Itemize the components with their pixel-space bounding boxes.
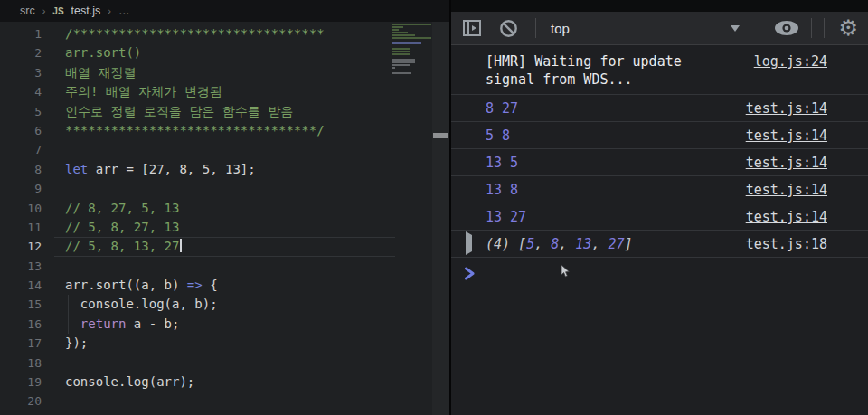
line-number: 16	[0, 315, 42, 334]
code-line[interactable]: 8let arr = [27, 8, 5, 13];	[0, 160, 432, 179]
line-text	[42, 354, 65, 373]
code-line[interactable]: 18	[0, 354, 432, 373]
code-line[interactable]: 20	[0, 391, 432, 410]
toolbar-separator	[824, 18, 825, 38]
line-text: });	[42, 334, 88, 353]
minimap-line-mark	[392, 29, 399, 31]
context-selector[interactable]: top	[551, 21, 570, 36]
breadcrumb-more[interactable]: …	[118, 5, 130, 17]
console-sidebar-icon[interactable]	[462, 18, 482, 38]
minimap-line-mark	[392, 59, 415, 61]
minimap-line-mark	[392, 67, 395, 69]
clear-console-icon[interactable]	[499, 19, 518, 38]
console-row: 13 5test.js:14	[451, 149, 868, 176]
source-link[interactable]: test.js:14	[746, 181, 827, 199]
line-text: 배열 재정렬	[42, 63, 136, 82]
line-number: 2	[0, 43, 42, 62]
minimap-line-mark	[392, 24, 431, 25]
line-number: 1	[0, 24, 42, 43]
console-message: 13 5	[486, 154, 739, 172]
line-number: 20	[0, 391, 42, 410]
code-line[interactable]: 19console.log(arr);	[0, 373, 432, 391]
console-row: (4) [5, 8, 13, 27]test.js:18	[451, 231, 868, 258]
line-number: 10	[0, 199, 42, 218]
console-message: 5 8	[486, 127, 739, 145]
text-caret	[180, 239, 182, 252]
line-number: 18	[0, 354, 42, 373]
screen: src › JS test.js › … 1/*****************…	[0, 0, 868, 415]
code-line[interactable]: 14arr.sort((a, b) => {	[0, 276, 432, 295]
console-prompt[interactable]	[451, 258, 868, 280]
line-number: 12	[0, 237, 42, 256]
source-link[interactable]: test.js:18	[746, 235, 827, 253]
toolbar-separator	[759, 18, 760, 38]
code-line[interactable]: 5인수로 정렬 로직을 담은 함수를 받음	[0, 102, 432, 121]
code-line[interactable]: 2arr.sort()	[0, 43, 432, 62]
dropdown-caret-icon[interactable]	[731, 25, 740, 32]
minimap-line-mark	[392, 34, 415, 36]
console-row: 8 27test.js:14	[451, 95, 868, 122]
line-number: 9	[0, 179, 42, 198]
line-text: 주의! 배열 자체가 변경됨	[42, 82, 222, 101]
source-link[interactable]: test.js:14	[746, 127, 827, 145]
code-line[interactable]: 17});	[0, 334, 432, 353]
toolbar-separator	[811, 18, 812, 38]
minimap[interactable]	[390, 24, 432, 78]
toolbar-separator	[535, 18, 536, 38]
line-number: 13	[0, 257, 42, 276]
line-number: 7	[0, 140, 42, 159]
line-text: return a - b;	[42, 315, 179, 334]
code-line[interactable]: 7	[0, 140, 432, 159]
code-line[interactable]: 6*********************************/	[0, 121, 432, 140]
console-message: [HMR] Waiting for update signal from WDS…	[486, 52, 700, 89]
line-text: arr.sort()	[42, 43, 141, 62]
code-line[interactable]: 12// 5, 8, 13, 27	[0, 237, 432, 256]
console-row: [HMR] Waiting for update signal from WDS…	[451, 45, 868, 95]
code-line[interactable]: 13	[0, 257, 432, 276]
code-line[interactable]: 15 console.log(a, b);	[0, 295, 432, 314]
line-number: 11	[0, 218, 42, 237]
line-text: arr.sort((a, b) => {	[42, 276, 218, 295]
minimap-line-mark	[392, 42, 421, 44]
code-line[interactable]: 16 return a - b;	[0, 315, 432, 334]
console-row: 13 27test.js:14	[451, 203, 868, 231]
code-line[interactable]: 10// 8, 27, 5, 13	[0, 199, 432, 218]
console-messages: [HMR] Waiting for update signal from WDS…	[451, 45, 868, 258]
breadcrumb: src › JS test.js › …	[0, 0, 449, 22]
js-file-icon: JS	[52, 6, 63, 16]
line-number: 4	[0, 82, 42, 101]
source-link[interactable]: test.js:14	[746, 99, 827, 118]
code-line[interactable]: 4주의! 배열 자체가 변경됨	[0, 82, 432, 101]
breadcrumb-file[interactable]: test.js	[71, 5, 101, 17]
code-line[interactable]: 3배열 재정렬	[0, 63, 432, 82]
settings-gear-icon[interactable]: ⚙	[838, 17, 858, 39]
minimap-line-mark	[392, 53, 410, 55]
line-text: console.log(arr);	[42, 373, 194, 391]
line-number: 15	[0, 295, 42, 314]
source-link[interactable]: test.js:14	[746, 208, 827, 226]
minimap-line-mark	[392, 64, 410, 66]
source-link[interactable]: log.js:24	[754, 52, 827, 71]
minimap-line-mark	[392, 61, 415, 63]
scrollbar-thumb[interactable]	[433, 133, 448, 138]
minimap-line-mark	[392, 37, 431, 39]
code-line[interactable]: 11// 5, 8, 27, 13	[0, 218, 432, 237]
expand-triangle-icon[interactable]	[466, 231, 472, 255]
live-expression-eye-icon[interactable]	[773, 19, 800, 37]
breadcrumb-folder[interactable]: src	[20, 5, 35, 17]
line-text	[42, 257, 65, 276]
line-number: 5	[0, 102, 42, 121]
source-link[interactable]: test.js:14	[746, 154, 827, 172]
line-text: // 5, 8, 13, 27	[42, 237, 182, 256]
line-number: 14	[0, 276, 42, 295]
line-text: // 8, 27, 5, 13	[42, 199, 179, 218]
editor-scrollbar[interactable]	[432, 22, 449, 415]
console-toolbar: top ⚙	[451, 12, 868, 45]
line-text: *********************************/	[42, 121, 325, 140]
minimap-line-mark	[392, 26, 403, 28]
prompt-chevron-icon	[464, 267, 476, 280]
code-editor[interactable]: 1/*********************************2arr.…	[0, 22, 432, 411]
code-line[interactable]: 1/*********************************	[0, 24, 432, 43]
code-line[interactable]: 9	[0, 179, 432, 198]
console-row-gutter	[466, 235, 486, 251]
